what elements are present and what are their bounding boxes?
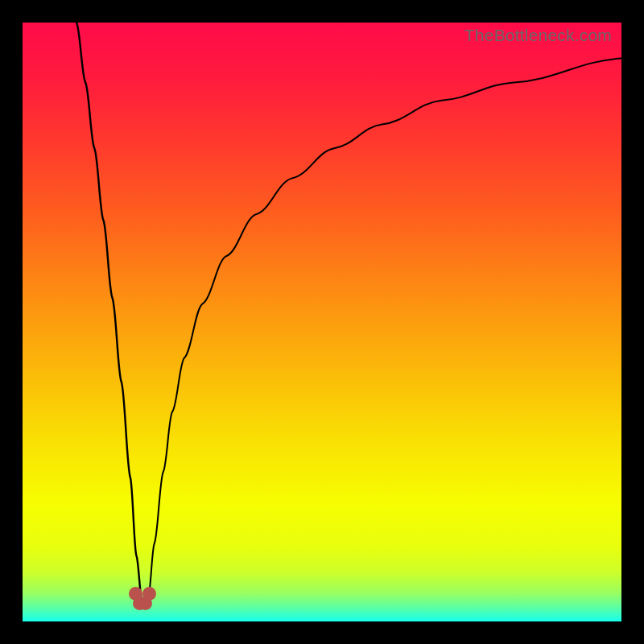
curve-right-branch [142,59,621,604]
bottleneck-curve [23,23,621,621]
curve-left-branch [76,23,142,604]
chart-frame: TheBottleneck.com [0,0,644,644]
plot-area: TheBottleneck.com [23,23,621,621]
